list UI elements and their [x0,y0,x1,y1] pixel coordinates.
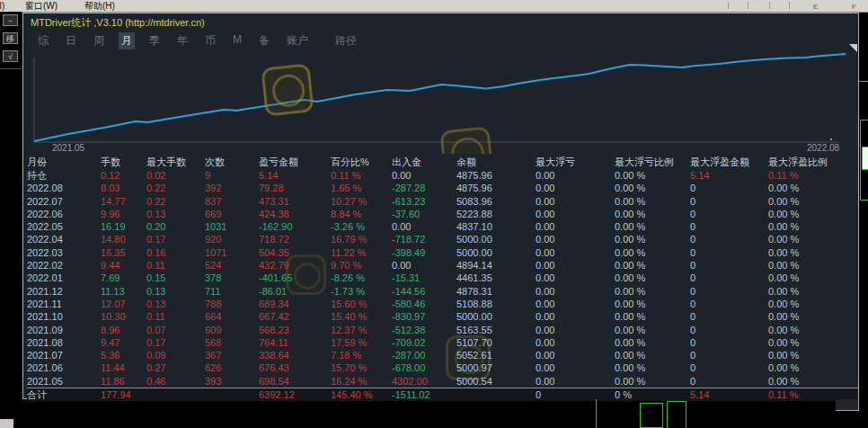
cell: 0.09 [146,349,205,361]
cell: 0 [536,388,615,401]
cell: 16.24 % [331,375,392,388]
cell: 0.00 [536,310,615,323]
cell: 5.14 [259,169,331,182]
tab-备[interactable]: 备 [256,32,272,49]
tab-季[interactable]: 季 [146,32,163,49]
toolbar-separator [789,2,790,9]
cell: 5.14 [690,169,768,182]
cell: 0.00 % [768,349,858,361]
cell: 0.00 % [615,324,690,336]
cell: 0.16 [146,246,205,259]
cell: 367 [205,349,259,361]
cell: 0.00 % [615,220,690,233]
cell: 8.96 [101,324,146,336]
cell: 0 [690,298,768,310]
menubar-item[interactable]: 帮助(H) [84,0,115,12]
check-button[interactable]: √ [3,50,18,62]
cell: 338.64 [259,349,331,361]
cell: 5107.70 [456,336,536,349]
cell: 0.00 % [768,182,858,194]
window-titlebar[interactable]: MTDriver统计 ,V3.10 (http://mtdriver.cn) [23,13,858,29]
background-window-artifact [860,120,868,120]
cell: 2021.12 [27,285,101,298]
table-row: 2022.0714.770.22837473.3110.27 %-613.235… [27,195,858,208]
tab-M[interactable]: M [230,32,244,49]
cell: 4461.35 [456,272,536,284]
cell: 145.40 % [331,388,392,401]
cell: 15.70 % [331,361,392,374]
background-window-artifact [860,200,868,201]
cell: 0 [690,285,768,298]
cell: 14.77 [101,195,146,208]
cell: 524 [205,259,259,272]
cell: 0 [690,324,768,336]
toolbar-separator [748,2,748,9]
cell: 6392.12 [259,388,331,401]
cell: 2022.07 [27,195,101,208]
cell: 10.30 [101,310,146,323]
menubar-item[interactable]: 窗口(W) [25,0,58,12]
cell: -401.65 [259,272,331,284]
cell: 0.07 [146,324,205,336]
cell: 0.00 % [615,310,690,323]
tab-年[interactable]: 年 [174,32,190,49]
cell: 0.00 % [615,272,690,284]
cell: 0.00 % [768,272,858,284]
cell: 4894.14 [456,259,536,272]
period-tab-bar: 综日周月季年币M备账户 路径 [23,29,858,50]
cell: 0.15 [146,272,205,284]
tab-币[interactable]: 币 [202,32,218,49]
background-window-edge [859,81,868,82]
cell: -613.23 [392,195,456,208]
cell: 7.69 [101,272,146,284]
cell: 2021.09 [27,324,101,336]
cell: 5052.61 [456,349,536,361]
cell: -86.01 [259,285,331,298]
tab-账户[interactable]: 账户 [284,32,311,49]
cell: 0.00 % [768,246,858,259]
cell: 0 [690,375,768,388]
cell: 0.00 [536,336,615,349]
cell: 12.07 [101,298,146,310]
cell: 9.44 [101,259,146,272]
table-row: 2022.017.690.15378-401.65-8.26 %-15.3144… [27,272,858,284]
cell [456,388,536,401]
cell: 百分比% [331,156,392,169]
tab-综[interactable]: 综 [35,32,51,49]
cell: 0.00 % [615,361,690,374]
left-toolbar: −移√ [0,12,22,428]
watermark-logo [261,63,314,116]
cell: 788 [205,298,259,310]
cell: 504.35 [259,246,331,259]
x-axis-end-label: 2022.08 [807,143,839,153]
cell: 920 [205,233,259,245]
tab-月[interactable]: 月 [119,32,135,49]
cell: 最大浮亏比例 [615,156,690,169]
cell: 5.14 [690,388,768,401]
cell: 4837.10 [456,220,536,233]
equity-line [34,54,846,141]
cell: 2021.06 [27,361,101,374]
minimize-button[interactable]: − [3,14,18,26]
cell: 5000.00 [456,233,536,245]
background-window-artifact [686,401,686,428]
move-button[interactable]: 移 [3,32,18,44]
cell: 718.72 [259,233,331,245]
toolbar-fragment: F [852,1,856,13]
cell: 393 [205,375,259,388]
cell: 0.00 [536,169,615,182]
tab-周[interactable]: 周 [91,32,107,49]
cell: 0 [690,310,768,323]
path-button[interactable]: 路径 [335,33,357,49]
cell: 378 [205,272,259,284]
cell: 8.03 [101,182,146,194]
cell: 0.00 [392,259,456,272]
cell: 11.86 [101,375,146,388]
cell: 0 [690,182,768,194]
cell: 0.00 [536,220,615,233]
tab-日[interactable]: 日 [63,32,79,49]
cell: 16.35 [101,246,146,259]
cell: 0.00 % [615,375,690,388]
cell: 0.00 % [768,336,858,349]
cell: 0.00 % [615,169,690,182]
